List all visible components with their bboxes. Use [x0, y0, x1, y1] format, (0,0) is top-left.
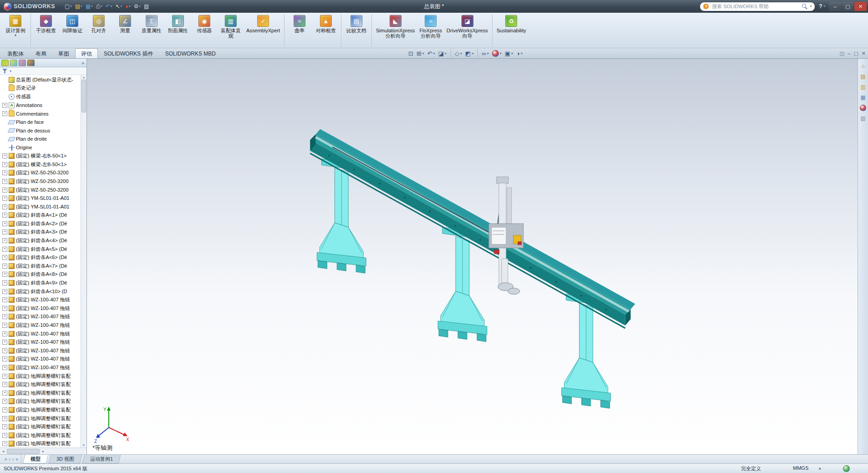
tab-3d-views[interactable]: 3D 视图: [48, 455, 82, 463]
select-button[interactable]: ↖ ▾: [114, 3, 123, 10]
mass-properties-button[interactable]: Σ 质量属性: [139, 14, 164, 47]
gantry-robot-model[interactable]: [87, 59, 858, 454]
expand-icon[interactable]: +: [2, 280, 7, 285]
expand-icon[interactable]: +: [2, 255, 7, 260]
assembly-visualization-button[interactable]: ▥ 装配体直观: [218, 14, 244, 47]
tree-item[interactable]: + (固定) 地脚调整螺钉装配: [0, 414, 86, 423]
tree-item[interactable]: + (固定) 斜齿条A<9> (Dé: [0, 279, 86, 287]
scroll-first-button[interactable]: «: [5, 457, 7, 462]
expand-icon[interactable]: +: [2, 323, 7, 328]
tab-evaluate[interactable]: 评估: [75, 48, 98, 58]
tab-solidworks-addins[interactable]: SOLIDWORKS 插件: [98, 48, 159, 58]
expand-icon[interactable]: +: [2, 196, 7, 201]
tab-layout[interactable]: 布局: [30, 48, 52, 58]
sustainability-button[interactable]: ♻ Sustainability: [492, 14, 528, 47]
save-button[interactable]: ▦ ▾: [84, 3, 94, 10]
curvature-button[interactable]: ≈ 曲率: [284, 14, 312, 47]
configurationmanager-tab[interactable]: [19, 60, 26, 66]
previous-view-button[interactable]: ↶ ▾: [426, 49, 437, 58]
options-button[interactable]: ⚙ ▾: [132, 3, 142, 10]
expand-icon[interactable]: +: [2, 170, 7, 175]
search-icon[interactable]: [802, 4, 807, 9]
tree-item[interactable]: + (固定) 斜齿条A<2> (Dé: [0, 219, 86, 228]
expand-icon[interactable]: +: [2, 331, 7, 336]
tree-item[interactable]: + (固定) 斜齿条A<10> (D: [0, 287, 86, 296]
symmetry-check-button[interactable]: ▲ 对称检查: [313, 14, 339, 47]
tree-item[interactable]: + (固定) WZ-100-407 拖链: [0, 338, 86, 346]
new-document-button[interactable]: ▢ ▾: [63, 3, 73, 10]
tree-item[interactable]: + (固定) WZ-100-407 拖链: [0, 346, 86, 355]
pane-split-button[interactable]: ◫: [840, 51, 844, 56]
tree-item[interactable]: + (固定) WZ-50-250-3200: [0, 186, 86, 194]
undo-button[interactable]: ↶ ▾: [104, 3, 114, 10]
doc-close-button[interactable]: ✕: [862, 51, 866, 56]
tree-item[interactable]: + (固定) WZ-50-250-3200: [0, 177, 86, 186]
expand-icon[interactable]: +: [2, 356, 7, 361]
view-orientation-button[interactable]: ◇ ▾: [451, 49, 463, 58]
tree-item[interactable]: + (固定) WZ-100-407 拖链: [0, 363, 86, 372]
tree-item[interactable]: + (固定) 地脚调整螺钉装配: [0, 406, 86, 414]
design-study-button[interactable]: ▦ 设计算例 ▾: [3, 14, 28, 47]
file-explorer-tab[interactable]: ▥: [859, 83, 867, 91]
expand-icon[interactable]: +: [2, 407, 7, 412]
section-properties-button[interactable]: ◧ 剖面属性: [165, 14, 191, 47]
tab-motion-study-1[interactable]: 运动算例1: [82, 455, 121, 463]
scrollbar-thumb[interactable]: [81, 80, 86, 112]
expand-icon[interactable]: +: [2, 272, 7, 277]
units-caret-icon[interactable]: ▴: [819, 466, 821, 470]
appearances-tab[interactable]: [859, 104, 867, 112]
tree-item[interactable]: + (固定) YM-SL01-01-A01: [0, 194, 86, 203]
displaymanager-tab[interactable]: [27, 60, 35, 66]
expand-icon[interactable]: +: [2, 433, 7, 438]
expand-icon[interactable]: +: [2, 213, 7, 218]
sensor-button[interactable]: ◉ 传感器: [192, 14, 217, 47]
scrollbar-thumb[interactable]: [7, 449, 40, 454]
filter-caret-icon[interactable]: ▾: [10, 69, 11, 73]
expand-icon[interactable]: +: [2, 264, 7, 269]
tree-item[interactable]: + (固定) WZ-100-407 拖链: [0, 330, 86, 338]
expand-icon[interactable]: +: [2, 297, 7, 302]
propertymanager-tab[interactable]: [10, 60, 17, 66]
tree-item[interactable]: + (固定) WZ-100-407 拖链: [0, 313, 86, 321]
driveworksxpress-wizard-button[interactable]: ◪ DriveWorksXpress 向导: [445, 14, 490, 47]
expand-icon[interactable]: +: [2, 153, 7, 158]
section-view-button[interactable]: ◪ ▾: [437, 49, 448, 58]
interference-detection-button[interactable]: ◆ 干涉检查: [30, 14, 59, 47]
expand-icon[interactable]: +: [2, 399, 7, 404]
hide-show-items-button[interactable]: ∞ ▾: [477, 49, 490, 58]
maximize-button[interactable]: ▢: [842, 2, 854, 11]
tree-item[interactable]: + (固定) 地脚调整螺钉装配: [0, 431, 86, 440]
tree-item[interactable]: + (固定) WZ-50-250-3200: [0, 169, 86, 178]
expand-icon[interactable]: +: [2, 221, 7, 226]
expand-icon[interactable]: +: [2, 188, 7, 193]
solidworks-resources-tab[interactable]: ⌂: [859, 62, 867, 70]
minimize-button[interactable]: –: [829, 2, 841, 11]
tree-item[interactable]: + (固定) 斜齿条A<3> (Dé: [0, 228, 86, 237]
measure-button[interactable]: ∠ 测量: [112, 14, 138, 47]
tree-item[interactable]: + (固定) 横梁-左B-50<1>: [0, 160, 86, 169]
expand-icon[interactable]: +: [2, 238, 7, 243]
tree-item[interactable]: + (固定) 斜齿条A<7> (Dé: [0, 262, 86, 270]
tree-item[interactable]: + Annotations: [0, 101, 86, 110]
tree-item[interactable]: 历史记录: [0, 84, 86, 93]
vertical-axis-unit[interactable]: [489, 177, 523, 294]
tab-sketch[interactable]: 草图: [52, 48, 75, 58]
tree-horizontal-scrollbar[interactable]: ◂ ▸: [0, 448, 86, 454]
scroll-last-button[interactable]: »: [15, 457, 18, 462]
rebuild-button[interactable]: ● ▾: [124, 3, 132, 10]
tree-vertical-scrollbar[interactable]: ▴ ▾: [81, 75, 86, 448]
tree-item[interactable]: Origine: [0, 143, 86, 152]
zoom-area-button[interactable]: ⊞ ▾: [415, 49, 426, 58]
expand-icon[interactable]: +: [2, 365, 7, 370]
compare-documents-button[interactable]: ▤ 比较文档: [341, 14, 369, 47]
scroll-right-icon[interactable]: ▸: [40, 449, 46, 453]
floxpress-wizard-button[interactable]: ≈ FloXpress 分析向导: [418, 14, 444, 47]
tree-item[interactable]: + (固定) 地脚调整螺钉装配: [0, 422, 86, 431]
tree-item[interactable]: + (固定) 斜齿条A<8> (Dé: [0, 270, 86, 279]
expand-icon[interactable]: +: [2, 204, 7, 209]
assemblyxpert-button[interactable]: ✓ AssemblyXpert: [244, 14, 282, 47]
tree-item[interactable]: + (固定) 斜齿条A<5> (Dé: [0, 245, 86, 254]
scroll-left-icon[interactable]: ◂: [0, 449, 6, 453]
tree-item[interactable]: + (固定) WZ-100-407 拖链: [0, 295, 86, 304]
tree-item[interactable]: + (固定) 斜齿条A<1> (Dé: [0, 211, 86, 220]
